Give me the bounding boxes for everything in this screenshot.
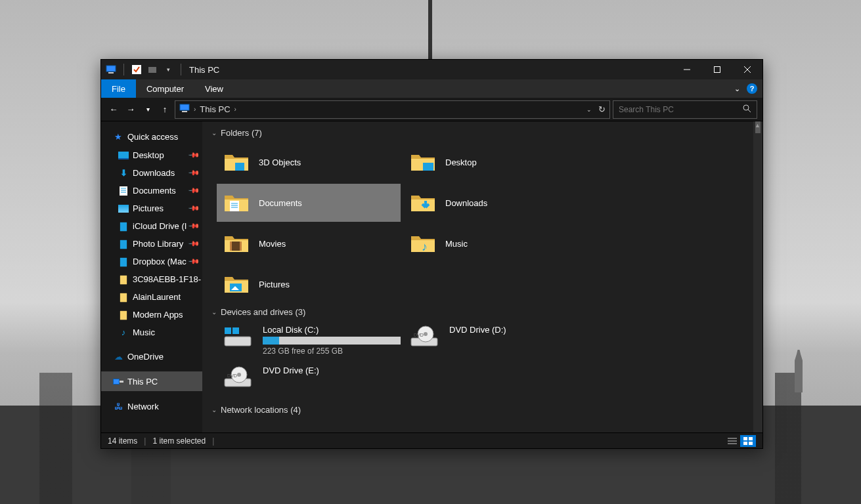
sidebar-item-dropbox[interactable]: ▇ Dropbox (Mac 📌	[101, 253, 202, 270]
address-dropdown-icon[interactable]: ⌄	[586, 106, 592, 113]
sidebar-item-label: 3C98AEBB-1F18-	[133, 274, 201, 284]
details-view-button[interactable]	[724, 435, 740, 447]
pin-icon: 📌	[187, 255, 200, 268]
content-pane[interactable]: ▲ ⌄ Folders (7) 3D Objects De	[202, 121, 762, 432]
drive-dvd-d[interactable]: DVD DVD Drive (D:)	[403, 322, 587, 360]
sidebar-item-guid-folder[interactable]: ▇ 3C98AEBB-1F18-	[101, 270, 202, 288]
folder-icon	[223, 230, 250, 257]
svg-text:DVD: DVD	[414, 333, 424, 337]
properties-icon[interactable]	[131, 64, 143, 75]
search-icon[interactable]	[743, 104, 751, 115]
address-segment[interactable]: This PC	[200, 104, 230, 114]
sidebar-item-label: Music	[133, 327, 155, 337]
up-button[interactable]: ↑	[158, 100, 172, 119]
close-button[interactable]	[732, 60, 762, 79]
tab-file[interactable]: File	[101, 79, 136, 98]
tab-view[interactable]: View	[194, 79, 234, 98]
sidebar-item-documents[interactable]: Documents 📌	[101, 182, 202, 200]
folder-icon	[410, 190, 436, 216]
folder-documents[interactable]: Documents	[217, 184, 401, 222]
minimize-button[interactable]	[672, 60, 702, 79]
pin-icon: 📌	[187, 167, 200, 179]
group-header-drives[interactable]: ⌄ Devices and drives (3)	[202, 303, 762, 322]
sidebar-item-music[interactable]: ♪ Music	[101, 324, 202, 341]
forward-button[interactable]: →	[123, 100, 138, 119]
folder-icon: ▇	[118, 274, 129, 285]
drive-label: DVD Drive (E:)	[263, 366, 319, 375]
disk-usage-bar	[263, 337, 401, 345]
folder-3d-objects[interactable]: 3D Objects	[217, 143, 401, 181]
svg-point-35	[424, 332, 428, 336]
new-folder-icon[interactable]	[146, 64, 158, 75]
item-label: Documents	[259, 198, 302, 208]
qat-dropdown-icon[interactable]: ▾	[162, 64, 174, 75]
folder-icon	[223, 271, 250, 297]
folder-icon: ▇	[118, 292, 129, 303]
group-header-network-locations[interactable]: ⌄ Network locations (4)	[202, 401, 762, 420]
folder-pictures[interactable]: Pictures	[217, 265, 401, 303]
ribbon-tabs: File Computer View ⌄ ?	[101, 79, 762, 98]
address-bar[interactable]: › This PC › ⌄ ↻	[175, 100, 610, 119]
sidebar-item-this-pc[interactable]: This PC	[101, 371, 202, 391]
sidebar-item-label: AlainLaurent	[133, 292, 181, 302]
sidebar-item-alainlaurent[interactable]: ▇ AlainLaurent	[101, 288, 202, 306]
pin-icon: 📌	[187, 220, 200, 232]
star-icon: ★	[113, 131, 123, 142]
drive-local-c[interactable]: Local Disk (C:) 223 GB free of 255 GB	[217, 322, 401, 360]
sidebar-item-label: Desktop	[133, 150, 164, 160]
sidebar-item-onedrive[interactable]: ☁ OneDrive	[101, 346, 202, 366]
svg-rect-18	[235, 163, 244, 171]
chevron-down-icon: ⌄	[211, 129, 217, 136]
sidebar-item-network[interactable]: 🖧 Network	[101, 396, 202, 416]
drive-capacity: 223 GB free of 255 GB	[263, 346, 401, 356]
svg-rect-8	[180, 104, 189, 110]
chevron-right-icon[interactable]: ›	[234, 106, 236, 113]
scrollbar[interactable]: ▲	[753, 121, 762, 432]
help-button[interactable]: ?	[747, 83, 757, 94]
svg-text:DVD: DVD	[227, 373, 237, 378]
sidebar-item-modern-apps[interactable]: ▇ Modern Apps	[101, 306, 202, 324]
sidebar-item-downloads[interactable]: ⬇ Downloads 📌	[101, 164, 202, 182]
drive-label: Local Disk (C:)	[263, 325, 401, 335]
network-icon: 🖧	[113, 401, 123, 411]
sidebar-item-pictures[interactable]: Pictures 📌	[101, 200, 202, 217]
tiles-view-button[interactable]	[740, 435, 756, 447]
recent-locations-button[interactable]: ▾	[141, 100, 155, 119]
sidebar-item-desktop[interactable]: Desktop 📌	[101, 146, 202, 164]
sidebar-item-icloud[interactable]: ▇ iCloud Drive (I 📌	[101, 217, 202, 235]
folder-music[interactable]: ♪ Music	[403, 224, 587, 262]
svg-line-11	[748, 110, 751, 112]
svg-rect-26	[240, 242, 242, 251]
status-item-count: 14 items	[108, 436, 137, 446]
back-button[interactable]: ←	[106, 100, 121, 119]
refresh-button[interactable]: ↻	[598, 104, 606, 114]
document-icon	[118, 186, 129, 196]
sidebar-item-quick-access[interactable]: ★ Quick access	[101, 127, 202, 146]
chevron-right-icon[interactable]: ›	[194, 106, 196, 113]
sidebar-item-label: Pictures	[133, 203, 164, 213]
this-pc-icon	[105, 64, 117, 75]
hard-drive-icon	[223, 325, 254, 355]
search-input[interactable]	[619, 105, 738, 114]
titlebar[interactable]: ▾ This PC	[101, 60, 762, 79]
file-explorer-window: ▾ This PC File Computer View ⌄ ? ← → ▾ ↑…	[100, 59, 763, 449]
sidebar-item-photo-library[interactable]: ▇ Photo Library 📌	[101, 235, 202, 253]
sidebar-item-label: Quick access	[127, 132, 178, 142]
group-header-folders[interactable]: ⌄ Folders (7)	[202, 124, 762, 143]
maximize-button[interactable]	[702, 60, 732, 79]
navigation-pane: ★ Quick access Desktop 📌 ⬇ Downloads 📌 D…	[101, 121, 202, 432]
folder-desktop[interactable]: Desktop	[403, 143, 587, 181]
folder-downloads[interactable]: Downloads	[403, 184, 587, 222]
search-box[interactable]	[613, 100, 757, 119]
item-label: Music	[445, 239, 468, 249]
sidebar-item-label: iCloud Drive (I	[133, 221, 187, 231]
ribbon-expand-icon[interactable]: ⌄	[734, 85, 740, 93]
group-label: Network locations (4)	[221, 405, 301, 415]
drive-dvd-e[interactable]: DVD DVD Drive (E:)	[217, 363, 401, 401]
folder-movies[interactable]: Movies	[217, 224, 401, 262]
svg-rect-9	[182, 111, 187, 112]
quick-access-toolbar: ▾	[105, 64, 184, 75]
svg-rect-13	[118, 158, 129, 159]
this-pc-icon	[179, 103, 190, 116]
tab-computer[interactable]: Computer	[136, 79, 194, 98]
